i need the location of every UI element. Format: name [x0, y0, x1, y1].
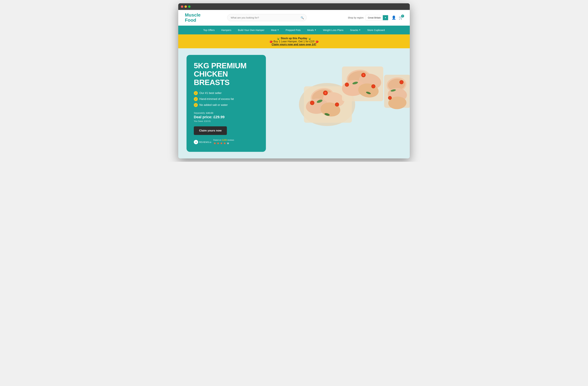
promo-banner: 🤑 Stock up this Payday 🤑 🍅 Buy 1 Lean Ha…: [178, 34, 410, 48]
star-rating: ★★★★★: [213, 141, 234, 145]
title-bar: [178, 3, 410, 10]
deal-price-row: Deal price: £29.99: [194, 115, 259, 119]
svg-point-29: [345, 83, 349, 86]
header-icons: 👤 🛒 3: [392, 16, 403, 20]
promo-text2: Buy 1 Lean Hamper, Get 1 for £10!: [273, 40, 315, 43]
svg-point-27: [372, 85, 375, 88]
chicken-illustration: [294, 48, 410, 134]
feature-1: ✓ Our #1 best seller: [194, 91, 259, 95]
shop-by-region-label: Shop by region:: [348, 16, 364, 19]
reviews-count: 3,835: [222, 139, 227, 141]
rated-text: Rated on: [213, 139, 221, 141]
meat-dropdown-icon: ▼: [277, 29, 279, 31]
feature-2: ✓ Hand-trimmed of excess fat: [194, 97, 259, 101]
deal-price-amount: £29.99: [213, 115, 225, 119]
star-4: ★: [223, 141, 227, 145]
promo-line1: 🤑 Stock up this Payday 🤑: [181, 37, 407, 40]
nav-item-meals[interactable]: Meals ▼: [304, 26, 320, 34]
main-nav: Top Offers Hampers Build Your Own Hamper…: [178, 26, 410, 34]
promo-text1: Stock up this Payday: [281, 37, 307, 40]
promo-cta-link[interactable]: Claim yours now and save over £47: [272, 43, 316, 46]
promo-emoji-right: 🤑: [308, 37, 311, 40]
site-header: Muscle Food 🔍 Shop by region: Great Brit…: [178, 10, 410, 26]
nav-item-store-cupboard[interactable]: Store Cupboard: [364, 26, 388, 34]
check-icon-1: ✓: [194, 91, 198, 95]
minimize-button[interactable]: [185, 5, 187, 8]
star-1: ★: [213, 141, 217, 145]
search-input[interactable]: [227, 14, 307, 21]
star-5: ★: [227, 141, 230, 145]
pricing-section: Separately: £40.00 Deal price: £29.99 Yo…: [194, 112, 259, 122]
logo-line2: Food: [185, 18, 205, 23]
hero-features: ✓ Our #1 best seller ✓ Hand-trimmed of e…: [194, 91, 259, 107]
svg-point-12: [335, 103, 339, 106]
svg-point-10: [325, 92, 326, 94]
search-container: 🔍: [227, 14, 307, 21]
header-right: Shop by region: Great Britain ▼ 👤 🛒 3: [348, 15, 403, 21]
promo-emoji-left: 🤑: [277, 37, 280, 40]
feature-3: ✓ No added salt or water: [194, 103, 259, 107]
promo-line2: 🍅 Buy 1 Lean Hamper, Get 1 for £10! 🍅: [181, 40, 407, 43]
site-container: Muscle Food 🔍 Shop by region: Great Brit…: [178, 10, 410, 158]
meals-dropdown-icon: ▼: [315, 29, 316, 31]
promo-emoji2-right: 🍅: [315, 40, 319, 43]
reviews-io-star: ★: [195, 141, 197, 143]
nav-item-meat[interactable]: Meat ▼: [268, 26, 282, 34]
hero-section: 5KG PREMIUM CHICKEN BREASTS ✓ Our #1 bes…: [178, 48, 410, 159]
search-icon: 🔍: [301, 16, 304, 19]
star-2: ★: [217, 141, 220, 145]
reviews-count-text: Rated on 3,835 reviews: [213, 139, 234, 141]
svg-point-40: [388, 96, 391, 99]
region-text: Great Britain: [366, 15, 383, 20]
nav-item-build-your-own-hamper[interactable]: Build Your Own Hamper: [235, 26, 268, 34]
region-section: Shop by region: Great Britain ▼: [348, 15, 388, 21]
reviews-row: ★ REVIEWS.io Rated on 3,835 reviews ★★★★…: [194, 139, 259, 145]
hero-card: 5KG PREMIUM CHICKEN BREASTS ✓ Our #1 bes…: [187, 55, 266, 152]
nav-item-snacks[interactable]: Snacks ▼: [347, 26, 364, 34]
original-price: £40.00: [206, 112, 213, 114]
you-save: You Save: £10.01: [194, 120, 259, 122]
star-3: ★: [220, 141, 223, 145]
svg-point-38: [400, 81, 403, 84]
nav-item-weight-loss-plans[interactable]: Weight Loss Plans: [320, 26, 347, 34]
browser-window: Muscle Food 🔍 Shop by region: Great Brit…: [178, 3, 410, 158]
region-dropdown-icon[interactable]: ▼: [383, 15, 388, 20]
hero-image-area: [266, 48, 410, 159]
review-word: reviews: [227, 139, 234, 141]
hero-title: 5KG PREMIUM CHICKEN BREASTS: [194, 62, 259, 87]
promo-emoji2-left: 🍅: [269, 40, 273, 43]
feature-3-text: No added salt or water: [199, 103, 228, 107]
reviews-detail: Rated on 3,835 reviews ★★★★★: [213, 139, 234, 145]
svg-point-25: [363, 74, 364, 76]
reviews-io-brand: REVIEWS.io: [199, 141, 211, 143]
region-selector[interactable]: Great Britain ▼: [366, 15, 388, 21]
logo-line1: Muscle: [185, 13, 205, 18]
nav-item-hampers[interactable]: Hampers: [218, 26, 235, 34]
nav-item-top-offers[interactable]: Top Offers: [200, 26, 218, 34]
close-button[interactable]: [181, 5, 183, 8]
maximize-button[interactable]: [188, 5, 190, 8]
logo[interactable]: Muscle Food: [185, 13, 205, 23]
cart-icon[interactable]: 🛒 3: [399, 16, 403, 20]
svg-point-14: [310, 101, 314, 105]
cart-badge: 3: [401, 15, 404, 18]
feature-1-text: Our #1 best seller: [199, 91, 222, 95]
feature-2-text: Hand-trimmed of excess fat: [199, 97, 234, 101]
snacks-dropdown-icon: ▼: [359, 29, 361, 31]
account-icon[interactable]: 👤: [392, 16, 396, 20]
claim-button[interactable]: Claim yours now: [194, 126, 227, 135]
separately-label: Separately: £40.00: [194, 112, 259, 114]
check-icon-3: ✓: [194, 103, 198, 107]
reviews-io-logo: ★: [194, 140, 198, 144]
nav-item-prepped-pots[interactable]: Prepped Pots: [282, 26, 304, 34]
check-icon-2: ✓: [194, 97, 198, 101]
reviews-io-badge: ★ REVIEWS.io: [194, 140, 211, 144]
